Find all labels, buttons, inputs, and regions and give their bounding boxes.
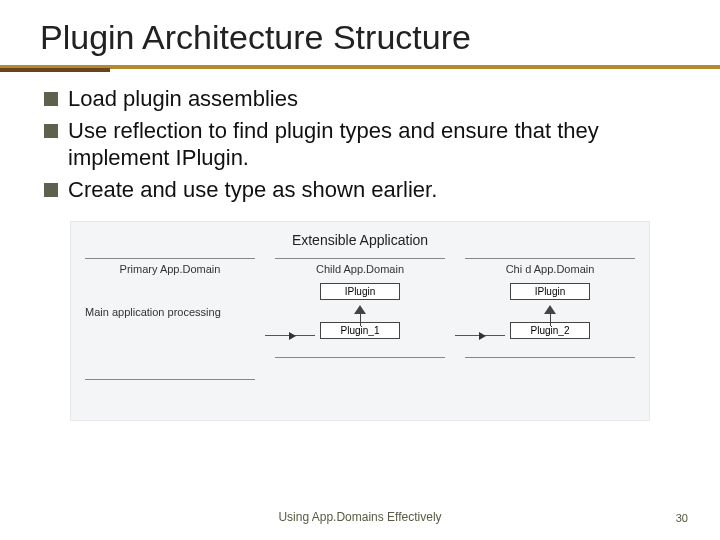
inheritance-line [360,312,361,326]
rule-accent [0,68,110,72]
bullet-item: Load plugin assemblies [44,85,680,113]
arrow-right-icon [479,332,486,340]
arrow-right-icon [289,332,296,340]
child-appdomain-panel: Child App.Domain IPlugin Plugin_1 [275,258,445,358]
panel-bottom-rule [275,357,445,358]
primary-text: Main application processing [85,305,255,319]
square-bullet-icon [44,183,58,197]
panel-bottom-rule [465,357,635,358]
footer-text: Using App.Domains Effectively [0,510,720,524]
inheritance-triangle-icon [545,304,555,312]
bullet-item: Use reflection to find plugin types and … [44,117,680,172]
panel-bottom-rule [85,379,255,380]
bullet-list: Load plugin assemblies Use reflection to… [40,85,680,203]
bullet-text: Load plugin assemblies [68,85,298,113]
slide-title: Plugin Architecture Structure [40,18,680,57]
panel-label: Primary App.Domain [85,258,255,275]
iplugin-box: IPlugin [510,283,590,300]
bullet-text: Create and use type as shown earlier. [68,176,437,204]
panel-label: Chi d App.Domain [465,258,635,275]
child-appdomain-panel: Chi d App.Domain IPlugin Plugin_2 [465,258,635,358]
slide: Plugin Architecture Structure Load plugi… [0,0,720,540]
diagram-title: Extensible Application [85,232,635,248]
square-bullet-icon [44,92,58,106]
square-bullet-icon [44,124,58,138]
diagram-columns: Primary App.Domain Main application proc… [85,258,635,408]
page-number: 30 [676,512,688,524]
inheritance-triangle-icon [355,304,365,312]
bullet-text: Use reflection to find plugin types and … [68,117,680,172]
inheritance-line [550,312,551,326]
panel-label: Child App.Domain [275,258,445,275]
architecture-diagram: Extensible Application Primary App.Domai… [70,221,650,421]
title-rule [0,65,720,71]
bullet-item: Create and use type as shown earlier. [44,176,680,204]
primary-appdomain-panel: Primary App.Domain Main application proc… [85,258,255,380]
iplugin-box: IPlugin [320,283,400,300]
